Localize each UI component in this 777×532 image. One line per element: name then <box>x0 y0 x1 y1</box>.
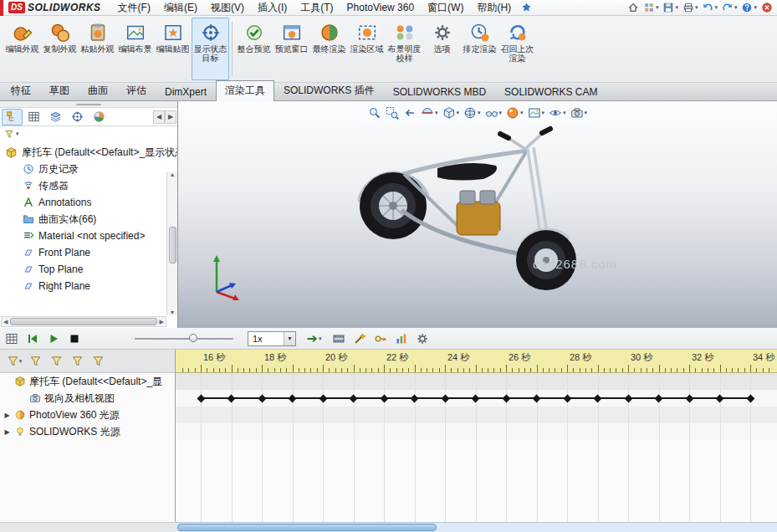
chevron-down-icon[interactable]: ▾ <box>435 110 438 116</box>
chevron-down-icon[interactable]: ▾ <box>754 4 757 11</box>
copy-appearance-button[interactable]: 复制外观 <box>41 18 79 80</box>
integrated-preview-button[interactable]: 整合预览 <box>235 18 273 80</box>
camera-button[interactable]: ▾ <box>570 105 589 120</box>
chevron-down-icon[interactable]: ▾ <box>585 110 588 116</box>
graphics-viewport[interactable]: ▾▾▾▾▾▾▾▾ <box>178 101 777 328</box>
chevron-down-icon[interactable]: ▾ <box>456 110 459 116</box>
chevron-down-icon[interactable]: ▾ <box>478 110 481 116</box>
property-manager-tab[interactable] <box>23 109 44 125</box>
stop-button[interactable] <box>65 330 84 347</box>
tree-item[interactable]: Front Plane <box>0 244 177 261</box>
motorcycle-model[interactable] <box>358 122 601 306</box>
animation-wizard-button[interactable] <box>350 330 369 347</box>
chevron-down-icon[interactable]: ▾ <box>563 110 566 116</box>
print-button[interactable]: ▾ <box>682 2 698 13</box>
chevron-down-icon[interactable]: ▾ <box>19 358 23 365</box>
view-orientation-button[interactable]: ▾ <box>441 105 460 120</box>
timeline-ruler[interactable]: 16 秒18 秒20 秒22 秒24 秒26 秒28 秒30 秒32 秒34 秒 <box>176 350 777 373</box>
undo-button[interactable]: ▾ <box>702 2 718 13</box>
feature-manager-tab[interactable] <box>2 109 23 125</box>
menu-7[interactable]: 窗口(W) <box>421 0 470 17</box>
menu-5[interactable]: 工具(T) <box>294 0 340 17</box>
chevron-down-icon[interactable]: ▾ <box>734 4 738 11</box>
display-style-button[interactable]: ▾ <box>463 105 482 120</box>
favorites-star-icon[interactable] <box>521 3 532 13</box>
tab-9[interactable]: SOLIDWORKS CAM <box>495 83 606 100</box>
scroll-left-icon[interactable]: ◀ <box>3 319 8 325</box>
tree-item[interactable]: Right Plane <box>0 278 177 294</box>
tab-2[interactable]: 草图 <box>40 80 79 100</box>
simulation-options-button[interactable] <box>413 330 432 347</box>
filter-results-button[interactable] <box>89 353 107 370</box>
hscroll-thumb[interactable] <box>10 318 156 325</box>
menu-6[interactable]: PhotoView 360 <box>340 0 422 15</box>
tab-1[interactable]: 特征 <box>2 80 40 100</box>
hscroll-thumb[interactable] <box>177 524 437 531</box>
render-options-button[interactable]: 选项 <box>423 18 461 80</box>
slider-thumb[interactable] <box>189 334 197 342</box>
chevron-down-icon[interactable]: ▾ <box>16 130 19 137</box>
timeline[interactable]: 16 秒18 秒20 秒22 秒24 秒26 秒28 秒30 秒32 秒34 秒 <box>176 350 777 522</box>
tree-item[interactable]: Material <not specified> <box>0 228 177 244</box>
display-manager-tab[interactable] <box>89 109 110 125</box>
render-region-button[interactable]: 渲染区域 <box>348 18 386 80</box>
edit-appearance-button[interactable]: ▾ <box>505 105 524 120</box>
motion-results-button[interactable] <box>392 330 411 347</box>
menu-3[interactable]: 视图(V) <box>204 0 251 17</box>
timebar-slider[interactable] <box>135 331 233 346</box>
playback-speed-select[interactable]: 1x ▼ <box>248 331 296 346</box>
display-state-target-button[interactable]: 显示状态目标 <box>192 18 229 80</box>
chevron-down-icon[interactable]: ▾ <box>695 4 698 11</box>
chevron-down-icon[interactable]: ▾ <box>498 110 502 116</box>
vscroll-thumb[interactable] <box>169 227 176 263</box>
filter-animated-button[interactable] <box>26 353 44 370</box>
chevron-down-icon[interactable]: ▾ <box>542 110 545 116</box>
view-settings-button[interactable]: ▾ <box>548 105 567 120</box>
expand-icon[interactable]: ▶ <box>3 428 11 436</box>
chevron-down-icon[interactable]: ▾ <box>319 335 322 342</box>
tree-item[interactable]: 曲面实体(66) <box>0 211 177 228</box>
dimxpert-manager-tab[interactable] <box>67 109 88 125</box>
autokey-button[interactable] <box>371 330 390 347</box>
tree-item[interactable]: Top Plane <box>0 261 177 278</box>
edit-appearance-button[interactable]: 编辑外观 <box>3 18 41 80</box>
filter-selected-button[interactable] <box>68 353 86 370</box>
save-animation-button[interactable] <box>330 330 348 347</box>
motion-tree-item[interactable]: 摩托车 (Default<<Default>_显 <box>0 373 175 390</box>
home-button[interactable] <box>627 2 639 13</box>
tab-8[interactable]: SOLIDWORKS MBD <box>384 83 495 100</box>
filter-driving-button[interactable] <box>47 353 65 370</box>
scroll-left-icon[interactable]: ◀ <box>153 110 165 124</box>
paste-appearance-button[interactable]: 粘贴外观 <box>79 18 116 80</box>
final-render-button[interactable]: 最终渲染 <box>310 18 348 80</box>
chevron-down-icon[interactable]: ▾ <box>675 4 678 11</box>
apps-button[interactable]: ▾ <box>643 2 659 13</box>
apply-scene-button[interactable]: ▾ <box>527 105 546 120</box>
section-view-button[interactable]: ▾ <box>420 105 439 120</box>
tree-item[interactable]: Annotations <box>0 194 177 211</box>
chevron-down-icon[interactable]: ▾ <box>520 110 524 116</box>
feature-tree-hscrollbar[interactable]: ◀ ▶ <box>1 316 166 327</box>
tree-item[interactable]: 历史记录 <box>0 161 177 177</box>
tree-item[interactable]: 传感器 <box>0 177 177 194</box>
filter-button[interactable]: ▾ <box>5 353 23 370</box>
hscroll-track[interactable] <box>176 522 777 532</box>
motion-study-grid-button[interactable] <box>3 330 21 347</box>
playback-mode-button[interactable]: ▾ <box>305 332 322 345</box>
expand-icon[interactable]: ▶ <box>3 412 11 419</box>
hide-show-items-button[interactable]: ▾ <box>483 105 503 120</box>
scroll-up-icon[interactable]: ▲ <box>170 171 176 177</box>
scroll-right-icon[interactable]: ▶ <box>160 319 164 325</box>
chevron-down-icon[interactable]: ▼ <box>284 332 295 345</box>
tree-root-item[interactable]: 摩托车 (Default<<Default>_显示状态 <box>0 144 177 161</box>
preview-window-button[interactable]: 预览窗口 <box>273 18 310 80</box>
tab-6[interactable]: 渲染工具 <box>216 80 274 101</box>
chevron-down-icon[interactable]: ▾ <box>714 4 718 11</box>
chevron-down-icon[interactable]: ▾ <box>656 4 659 11</box>
tab-5[interactable]: DimXpert <box>156 83 216 100</box>
zoom-fit-button[interactable] <box>367 105 382 120</box>
schedule-render-button[interactable]: 排定渲染 <box>461 18 498 80</box>
redo-button[interactable]: ▾ <box>722 2 738 13</box>
menu-8[interactable]: 帮助(H) <box>470 0 518 17</box>
play-button[interactable] <box>44 330 63 347</box>
